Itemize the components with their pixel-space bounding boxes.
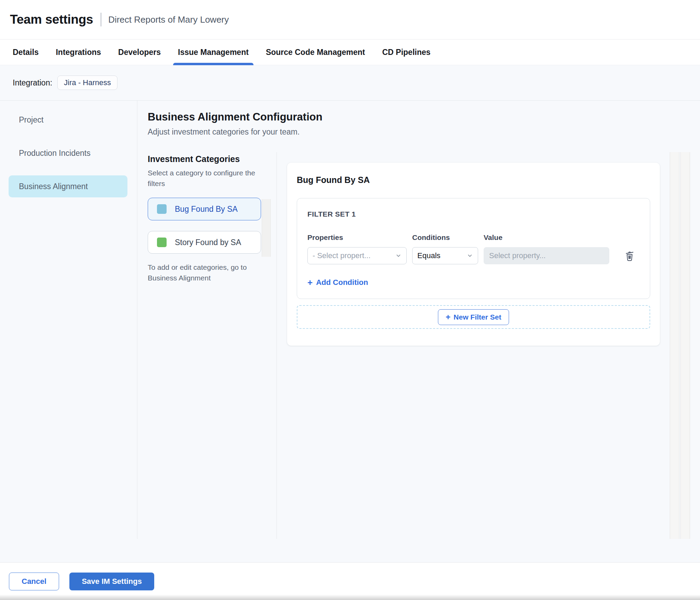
section-title: Business Alignment Configuration	[148, 111, 700, 123]
categories-footnote: To add or edit categories, go to Busines…	[148, 262, 261, 283]
sidebar-item-project[interactable]: Project	[9, 109, 127, 131]
sidebar-item-production-incidents[interactable]: Production Incidents	[9, 142, 127, 164]
chevron-down-icon	[395, 253, 402, 259]
filter-card: Bug Found By SA FILTER SET 1 Properties …	[287, 163, 660, 346]
plus-icon: +	[446, 314, 451, 321]
cancel-button[interactable]: Cancel	[9, 573, 59, 590]
properties-select-placeholder: - Select propert...	[313, 251, 393, 260]
integration-label: Integration:	[13, 78, 52, 88]
main-columns: Investment Categories Select a category …	[137, 152, 700, 539]
scrollbar-track[interactable]	[680, 152, 690, 539]
filter-set-column-labels: Properties Conditions Value	[307, 233, 640, 242]
category-story-found-by-sa[interactable]: Story Found by SA	[148, 231, 261, 254]
investment-categories-panel: Investment Categories Select a category …	[137, 152, 277, 539]
filter-set-card: FILTER SET 1 Properties Conditions Value…	[297, 198, 650, 299]
filter-condition-row: - Select propert... Equals	[307, 247, 640, 264]
investment-categories-title: Investment Categories	[148, 154, 276, 164]
main-header: Business Alignment Configuration Adjust …	[137, 101, 700, 152]
scrollbar-track[interactable]	[670, 152, 679, 539]
add-condition-label: Add Condition	[316, 278, 368, 287]
content-body: Project Production Incidents Business Al…	[0, 101, 700, 539]
bottom-shadow	[0, 595, 700, 600]
chevron-down-icon	[467, 253, 473, 259]
conditions-select-value: Equals	[417, 251, 464, 260]
conditions-select[interactable]: Equals	[412, 247, 478, 264]
value-column-label: Value	[484, 233, 609, 242]
integration-row: Integration: Jira - Harness	[0, 65, 700, 101]
category-list-scrollbar[interactable]	[262, 199, 271, 257]
tab-developers[interactable]: Developers	[113, 39, 166, 65]
main-panel: Business Alignment Configuration Adjust …	[137, 101, 700, 539]
new-filter-set-button[interactable]: + New Filter Set	[438, 309, 509, 325]
filter-configuration-panel: Bug Found By SA FILTER SET 1 Properties …	[277, 152, 700, 539]
category-label: Bug Found By SA	[175, 205, 238, 214]
value-input[interactable]	[484, 247, 609, 264]
category-label: Story Found by SA	[175, 238, 241, 247]
filter-set-label: FILTER SET 1	[307, 210, 640, 218]
tab-details[interactable]: Details	[8, 39, 43, 65]
sidebar-item-business-alignment[interactable]: Business Alignment	[9, 175, 127, 197]
tab-bar: Details Integrations Developers Issue Ma…	[0, 39, 700, 65]
title-divider	[101, 13, 101, 26]
conditions-column-label: Conditions	[412, 233, 478, 242]
plus-icon: +	[307, 279, 313, 286]
integration-chip[interactable]: Jira - Harness	[57, 76, 117, 90]
properties-select[interactable]: - Select propert...	[307, 247, 407, 264]
delete-condition-button[interactable]	[624, 249, 635, 262]
app-header: Team settings Direct Reports of Mary Low…	[0, 0, 700, 39]
content-region: Integration: Jira - Harness Project Prod…	[0, 65, 700, 562]
add-condition-button[interactable]: + Add Condition	[307, 278, 368, 287]
save-im-settings-button[interactable]: Save IM Settings	[69, 573, 154, 590]
trash-icon	[624, 249, 635, 263]
filter-card-title: Bug Found By SA	[297, 175, 650, 185]
team-settings-page: Team settings Direct Reports of Mary Low…	[0, 0, 700, 600]
category-bug-found-by-sa[interactable]: Bug Found By SA	[148, 198, 261, 220]
tab-issue-management[interactable]: Issue Management	[173, 39, 253, 65]
category-color-swatch-green	[157, 238, 167, 247]
page-title: Team settings	[10, 12, 93, 27]
new-filter-set-label: New Filter Set	[454, 313, 501, 321]
properties-column-label: Properties	[307, 233, 407, 242]
settings-sidebar: Project Production Incidents Business Al…	[0, 101, 137, 539]
tab-cd-pipelines[interactable]: CD Pipelines	[377, 39, 436, 65]
page-subtitle: Direct Reports of Mary Lowery	[108, 14, 229, 25]
investment-categories-helper: Select a category to configure the filte…	[148, 168, 265, 189]
new-filter-set-dropzone: + New Filter Set	[297, 305, 650, 329]
category-list: Bug Found By SA Story Found by SA	[148, 198, 276, 254]
category-color-swatch-blue	[157, 204, 167, 214]
app-footer: Cancel Save IM Settings	[0, 562, 700, 600]
tab-source-code-management[interactable]: Source Code Management	[261, 39, 370, 65]
tab-integrations[interactable]: Integrations	[51, 39, 106, 65]
section-subtitle: Adjust investment categories for your te…	[148, 127, 700, 137]
